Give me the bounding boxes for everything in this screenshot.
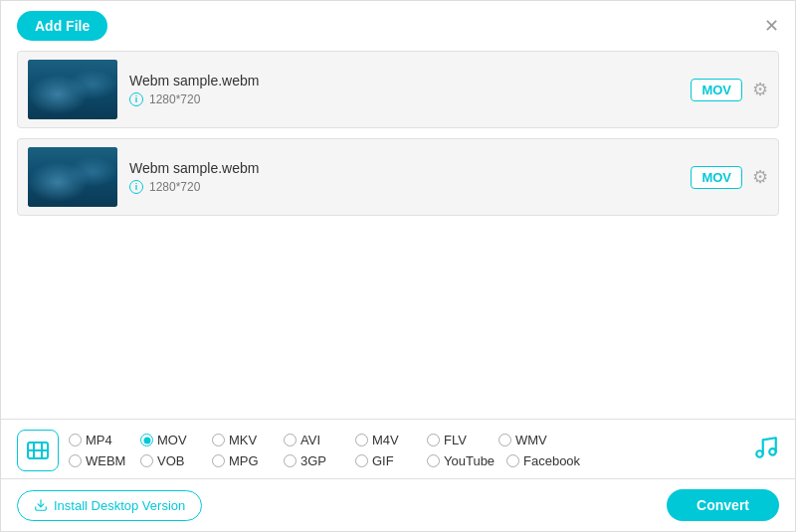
radio-mp4[interactable] bbox=[69, 434, 82, 446]
thumbnail-image bbox=[28, 60, 117, 119]
info-icon[interactable]: i bbox=[129, 92, 143, 106]
file-meta: i 1280*720 bbox=[129, 92, 679, 106]
music-icon[interactable] bbox=[753, 435, 779, 466]
file-meta: i 1280*720 bbox=[129, 180, 679, 194]
format-label-facebook: Facebook bbox=[523, 453, 580, 468]
format-option-mpg[interactable]: MPG bbox=[212, 453, 284, 468]
format-label-m4v: M4V bbox=[372, 433, 399, 447]
format-row-2: WEBM VOB MPG 3GP GIF YouTube bbox=[69, 453, 743, 468]
format-label-youtube: YouTube bbox=[444, 453, 495, 468]
radio-m4v[interactable] bbox=[355, 434, 368, 446]
format-option-mov[interactable]: MOV bbox=[140, 433, 212, 447]
format-label-avi: AVI bbox=[300, 433, 320, 447]
file-info: Webm sample.webm i 1280*720 bbox=[117, 160, 691, 194]
settings-icon[interactable]: ⚙ bbox=[752, 166, 768, 188]
format-label-wmv: WMV bbox=[515, 433, 547, 447]
radio-mov[interactable] bbox=[140, 434, 153, 446]
format-label-mp4: MP4 bbox=[86, 433, 112, 447]
format-option-facebook[interactable]: Facebook bbox=[506, 453, 586, 468]
radio-vob[interactable] bbox=[140, 454, 153, 467]
radio-mpg[interactable] bbox=[212, 454, 225, 467]
file-resolution: 1280*720 bbox=[149, 180, 200, 194]
download-icon bbox=[34, 498, 48, 512]
radio-youtube[interactable] bbox=[427, 454, 440, 467]
add-file-button[interactable]: Add File bbox=[17, 11, 107, 41]
thumbnail-image bbox=[28, 147, 117, 207]
format-label-mov: MOV bbox=[157, 433, 187, 447]
file-actions: MOV ⚙ bbox=[691, 166, 768, 189]
format-label-3gp: 3GP bbox=[300, 453, 326, 468]
radio-flv[interactable] bbox=[427, 434, 440, 446]
header: Add File ✕ bbox=[1, 1, 795, 51]
format-option-avi[interactable]: AVI bbox=[284, 433, 355, 447]
format-label-gif: GIF bbox=[372, 453, 394, 468]
settings-icon[interactable]: ⚙ bbox=[752, 79, 768, 100]
format-badge[interactable]: MOV bbox=[691, 166, 742, 189]
convert-button[interactable]: Convert bbox=[667, 489, 779, 521]
format-bar: MP4 MOV MKV AVI M4V FLV bbox=[1, 419, 795, 481]
file-actions: MOV ⚙ bbox=[691, 79, 768, 101]
radio-mkv[interactable] bbox=[212, 434, 225, 446]
format-label-vob: VOB bbox=[157, 453, 184, 468]
format-options-container: MP4 MOV MKV AVI M4V FLV bbox=[69, 433, 743, 468]
radio-webm[interactable] bbox=[69, 454, 82, 467]
format-option-gif[interactable]: GIF bbox=[355, 453, 427, 468]
close-button[interactable]: ✕ bbox=[764, 17, 779, 35]
format-badge[interactable]: MOV bbox=[691, 79, 742, 101]
format-option-mkv[interactable]: MKV bbox=[212, 433, 284, 447]
file-thumbnail bbox=[28, 60, 117, 119]
install-desktop-button[interactable]: Install Desktop Version bbox=[17, 490, 202, 521]
format-label-mkv: MKV bbox=[229, 433, 257, 447]
video-format-icon bbox=[17, 430, 59, 471]
format-option-m4v[interactable]: M4V bbox=[355, 433, 427, 447]
format-option-wmv[interactable]: WMV bbox=[498, 433, 570, 447]
radio-gif[interactable] bbox=[355, 454, 368, 467]
radio-3gp[interactable] bbox=[284, 454, 297, 467]
file-item: Webm sample.webm i 1280*720 MOV ⚙ bbox=[17, 51, 779, 128]
file-name: Webm sample.webm bbox=[129, 160, 679, 176]
file-name: Webm sample.webm bbox=[129, 73, 679, 89]
format-row-1: MP4 MOV MKV AVI M4V FLV bbox=[69, 433, 743, 447]
svg-point-4 bbox=[756, 450, 763, 457]
format-label-flv: FLV bbox=[444, 433, 467, 447]
file-thumbnail bbox=[28, 147, 117, 207]
format-option-flv[interactable]: FLV bbox=[427, 433, 498, 447]
file-item: Webm sample.webm i 1280*720 MOV ⚙ bbox=[17, 138, 779, 216]
radio-wmv[interactable] bbox=[498, 434, 511, 446]
format-option-youtube[interactable]: YouTube bbox=[427, 453, 506, 468]
action-bar: Install Desktop Version Convert bbox=[1, 478, 795, 531]
format-option-vob[interactable]: VOB bbox=[140, 453, 212, 468]
format-label-webm: WEBM bbox=[86, 453, 125, 468]
install-label: Install Desktop Version bbox=[54, 498, 185, 513]
file-list: Webm sample.webm i 1280*720 MOV ⚙ Webm s… bbox=[1, 51, 795, 216]
svg-point-5 bbox=[769, 448, 776, 455]
file-info: Webm sample.webm i 1280*720 bbox=[117, 73, 691, 106]
radio-facebook[interactable] bbox=[506, 454, 519, 467]
radio-avi[interactable] bbox=[284, 434, 297, 446]
info-icon[interactable]: i bbox=[129, 180, 143, 194]
format-label-mpg: MPG bbox=[229, 453, 259, 468]
format-option-3gp[interactable]: 3GP bbox=[284, 453, 355, 468]
format-option-webm[interactable]: WEBM bbox=[69, 453, 140, 468]
file-resolution: 1280*720 bbox=[149, 92, 200, 106]
format-option-mp4[interactable]: MP4 bbox=[69, 433, 140, 447]
